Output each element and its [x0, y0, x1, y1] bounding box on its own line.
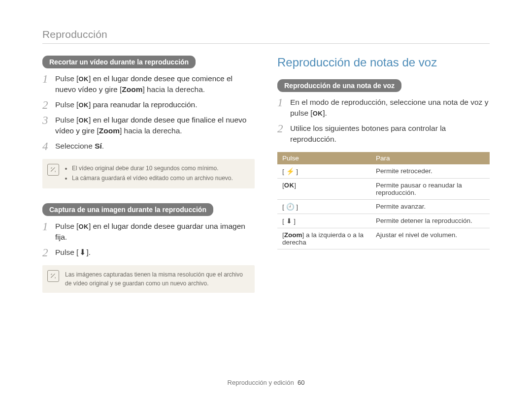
note-box: Las imágenes capturadas tienen la misma … — [42, 265, 255, 293]
step-text: Pulse [OK] en el lugar donde desee que c… — [55, 73, 255, 95]
cell-key: [OK] — [277, 178, 371, 199]
bold-yes: Sí — [95, 142, 102, 150]
step: 1 Pulse [OK] en el lugar donde desee que… — [42, 73, 255, 95]
text: ] para reanudar la reproducción. — [89, 100, 198, 109]
step-number: 1 — [277, 97, 285, 119]
ok-key: OK — [78, 101, 89, 110]
step-number: 2 — [42, 247, 50, 258]
step-text: Seleccione Sí. — [55, 141, 255, 152]
cell-desc: Permite retroceder. — [371, 164, 490, 179]
cell-key: [Zoom] a la izquierda o a la derecha — [277, 228, 371, 249]
ok-key: OK — [78, 222, 89, 232]
bold-zoom: Zoom — [99, 126, 120, 135]
bold-zoom: Zoom — [284, 231, 302, 239]
step-text: Pulse [OK] en el lugar donde desee guard… — [55, 221, 255, 243]
step-text: En el modo de reproducción, seleccione u… — [290, 97, 490, 119]
step: 2 Pulse [⬇]. — [42, 247, 255, 258]
steps-capture-image: 1 Pulse [OK] en el lugar donde desee gua… — [42, 221, 255, 258]
note-box: El vídeo original debe durar 10 segundos… — [42, 159, 255, 188]
step: 3 Pulse [OK] en el lugar donde desee que… — [42, 115, 255, 137]
section-title-voice: Reproducción de notas de voz — [277, 56, 490, 69]
text: ]. — [86, 248, 91, 256]
cell-desc: Permite pausar o reanudar la reproducció… — [371, 178, 490, 199]
step-number: 2 — [42, 99, 50, 111]
text: hacia la derecha. — [122, 126, 182, 135]
cell-key: [ ⚡ ] — [277, 164, 371, 179]
table-row: [ ⬇ ] Permite detener la reproducción. — [277, 214, 490, 228]
ok-key: OK — [78, 116, 89, 125]
step-number: 1 — [42, 73, 50, 95]
page-number: 60 — [298, 379, 304, 386]
col-header-pulse: Pulse — [277, 152, 371, 164]
text: ]. — [323, 109, 327, 117]
note-icon — [47, 164, 59, 176]
step-number: 1 — [42, 221, 50, 243]
text: Pulse [ — [55, 100, 78, 109]
page-footer: Reproducción y edición 60 — [0, 379, 532, 386]
note-item: El vídeo original debe durar 10 segundos… — [72, 164, 248, 173]
section-pill-trim-video: Recortar un vídeo durante la reproducció… — [42, 56, 196, 68]
text: Pulse [ — [55, 116, 78, 124]
controls-table: Pulse Para [ ⚡ ] Permite retroceder. [OK… — [277, 152, 490, 249]
text: . — [102, 142, 104, 150]
step: 2 Pulse [OK] para reanudar la reproducci… — [42, 99, 255, 111]
step-number: 4 — [42, 141, 50, 152]
cell-desc: Permite avanzar. — [371, 199, 490, 214]
step-text: Pulse [⬇]. — [55, 247, 255, 258]
down-icon: ⬇ — [78, 247, 86, 258]
text: hacia la derecha. — [145, 85, 205, 93]
cell-key: [ ⬇ ] — [277, 214, 371, 228]
two-column-layout: Recortar un vídeo durante la reproducció… — [42, 56, 490, 293]
section-pill-voice-note: Reproducción de una nota de voz — [277, 79, 401, 92]
step-number: 3 — [42, 115, 50, 137]
step-text: Utilice los siguientes botones para cont… — [290, 123, 490, 145]
ok-key: OK — [284, 182, 295, 189]
table-row: [ ⚡ ] Permite retroceder. — [277, 164, 490, 179]
steps-voice-note: 1 En el modo de reproducción, seleccione… — [277, 97, 490, 145]
right-column: Reproducción de notas de voz Reproducció… — [277, 56, 490, 293]
note-icon — [47, 270, 59, 282]
cell-desc: Ajustar el nivel de volumen. — [371, 228, 490, 249]
text: Pulse [ — [55, 248, 78, 256]
step: 4 Seleccione Sí. — [42, 141, 255, 152]
note-text: Las imágenes capturadas tienen la misma … — [65, 271, 243, 287]
step-number: 2 — [277, 123, 285, 145]
footer-label: Reproducción y edición — [228, 379, 294, 386]
step-text: Pulse [OK] para reanudar la reproducción… — [55, 99, 255, 111]
left-column: Recortar un vídeo durante la reproducció… — [42, 56, 255, 293]
step: 1 En el modo de reproducción, seleccione… — [277, 97, 490, 119]
table-row: [Zoom] a la izquierda o a la derecha Aju… — [277, 228, 490, 249]
step-text: Pulse [OK] en el lugar donde desee que f… — [55, 115, 255, 137]
step: 2 Utilice los siguientes botones para co… — [277, 123, 490, 145]
step: 1 Pulse [OK] en el lugar donde desee gua… — [42, 221, 255, 243]
page-header: Reproducción — [42, 29, 490, 44]
text: Pulse [ — [55, 222, 78, 230]
col-header-para: Para — [371, 152, 490, 164]
table-header-row: Pulse Para — [277, 152, 490, 164]
ok-key: OK — [313, 109, 323, 119]
cell-desc: Permite detener la reproducción. — [371, 214, 490, 228]
cell-key: [ 🕘 ] — [277, 199, 371, 214]
steps-trim-video: 1 Pulse [OK] en el lugar donde desee que… — [42, 73, 255, 152]
text: Pulse [ — [55, 74, 78, 83]
bold-zoom: Zoom — [122, 85, 142, 93]
section-pill-capture-image: Captura de una imagen durante la reprodu… — [42, 203, 213, 216]
text: Seleccione — [55, 142, 95, 150]
ok-key: OK — [78, 75, 89, 84]
note-item: La cámara guardará el vídeo editado como… — [72, 174, 248, 183]
table-row: [OK] Permite pausar o reanudar la reprod… — [277, 178, 490, 199]
table-row: [ 🕘 ] Permite avanzar. — [277, 199, 490, 214]
